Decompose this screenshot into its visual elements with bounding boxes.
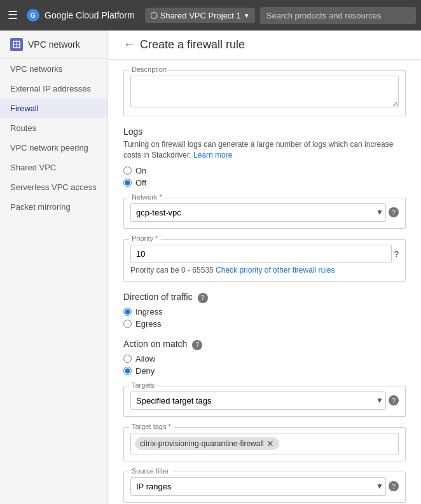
source-filter-select[interactable]: IP ranges — [130, 477, 386, 496]
action-allow-radio[interactable] — [123, 355, 132, 363]
sidebar-item-label: VPC network peering — [10, 143, 88, 153]
direction-ingress-option[interactable]: Ingress — [123, 307, 406, 317]
source-filter-select-wrapper: IP ranges ▼ ? — [130, 477, 399, 496]
sidebar-item-routes[interactable]: Routes — [0, 118, 107, 138]
vpc-icon-svg — [12, 40, 21, 49]
action-deny-option[interactable]: Deny — [123, 366, 406, 376]
network-select[interactable]: gcp-test-vpc — [130, 203, 386, 222]
priority-label: Priority * — [129, 235, 161, 242]
sidebar-item-label: Packet mirroring — [10, 202, 71, 212]
target-tags-input[interactable]: citrix-provisioning-quarantine-firewall … — [130, 433, 399, 454]
priority-input[interactable] — [130, 245, 392, 263]
targets-label: Targets — [129, 381, 157, 389]
target-tags-label: Target tags * — [129, 423, 174, 430]
logs-on-radio[interactable] — [123, 167, 132, 175]
sidebar-item-firewall[interactable]: Firewall — [0, 99, 107, 118]
sidebar: VPC network VPC networks External IP add… — [0, 31, 108, 504]
sidebar-item-label: Shared VPC — [10, 163, 56, 172]
logo: G Google Cloud Platform — [25, 8, 135, 23]
sidebar-item-vpc-networks[interactable]: VPC networks — [0, 59, 107, 79]
logo-text: Google Cloud Platform — [45, 10, 135, 20]
priority-note: Priority can be 0 - 65535 Check priority… — [130, 266, 399, 275]
logs-off-radio[interactable] — [123, 179, 132, 187]
source-filter-label: Source filter — [129, 467, 172, 475]
logs-radio-group: On Off — [123, 166, 406, 187]
sidebar-item-label: VPC networks — [10, 64, 62, 74]
network-group: Network * gcp-test-vpc ▼ ? — [123, 198, 406, 229]
sidebar-item-label: External IP addresses — [10, 84, 91, 93]
project-selector[interactable]: ⬡ Shared VPC Project 1 ▼ — [145, 8, 255, 23]
sidebar-item-label: Serverless VPC access — [10, 182, 97, 192]
network-help-icon[interactable]: ? — [389, 207, 399, 217]
description-label: Description — [129, 65, 169, 73]
description-group: Description — [123, 70, 406, 116]
tag-chip-close-icon[interactable]: ✕ — [266, 439, 274, 449]
vpc-network-icon — [10, 38, 23, 51]
menu-icon[interactable]: ☰ — [5, 6, 20, 25]
targets-help-icon[interactable]: ? — [389, 395, 399, 405]
network-select-wrapper: gcp-test-vpc ▼ ? — [130, 203, 399, 222]
action-deny-radio[interactable] — [123, 367, 132, 375]
sidebar-item-serverless-vpc[interactable]: Serverless VPC access — [0, 177, 107, 197]
topbar: ☰ G Google Cloud Platform ⬡ Shared VPC P… — [0, 0, 421, 31]
direction-help-icon[interactable]: ? — [198, 293, 208, 303]
targets-group: Targets Specified target tags ▼ ? — [123, 386, 406, 417]
targets-select[interactable]: Specified target tags — [130, 392, 386, 410]
action-group: Action on match ? Allow Deny — [123, 339, 406, 376]
targets-select-wrapper: Specified target tags ▼ ? — [130, 392, 399, 410]
sidebar-item-vpc-peering[interactable]: VPC network peering — [0, 138, 107, 158]
logs-on-option[interactable]: On — [123, 166, 406, 175]
action-header: Action on match ? — [123, 339, 406, 351]
page-header: ← Create a firewall rule — [108, 31, 421, 60]
sidebar-item-shared-vpc[interactable]: Shared VPC — [0, 158, 107, 177]
direction-egress-option[interactable]: Egress — [123, 319, 406, 329]
tag-chip-text: citrix-provisioning-quarantine-firewall — [140, 439, 264, 448]
learn-more-link[interactable]: Learn more — [193, 151, 232, 160]
sidebar-item-label: Routes — [10, 123, 36, 133]
logs-section: Logs Turning on firewall logs can genera… — [123, 126, 406, 187]
network-label: Network * — [129, 193, 165, 201]
direction-ingress-radio[interactable] — [123, 308, 132, 316]
source-filter-group: Source filter IP ranges ▼ ? — [123, 472, 406, 503]
action-allow-option[interactable]: Allow — [123, 354, 406, 364]
sidebar-item-external-ip[interactable]: External IP addresses — [0, 79, 107, 99]
project-icon: ⬡ — [150, 10, 158, 20]
project-dropdown-icon: ▼ — [244, 12, 250, 19]
priority-group: Priority * ? Priority can be 0 - 65535 C… — [123, 239, 406, 282]
check-priority-link[interactable]: Check priority of other firewall rules — [216, 266, 335, 275]
target-tags-group: Target tags * citrix-provisioning-quaran… — [123, 427, 406, 461]
svg-text:G: G — [31, 12, 36, 19]
description-textarea[interactable] — [130, 76, 399, 107]
gcp-logo-icon: G — [25, 8, 41, 23]
project-name: Shared VPC Project 1 — [160, 11, 241, 20]
priority-help-icon[interactable]: ? — [394, 249, 399, 259]
page-title: Create a firewall rule — [140, 38, 245, 51]
form-content: Description Logs Turning on firewall log… — [108, 60, 421, 504]
direction-egress-radio[interactable] — [123, 320, 132, 328]
sidebar-item-label: Firewall — [10, 104, 39, 113]
direction-radio-group: Ingress Egress — [123, 307, 406, 329]
sidebar-header: VPC network — [0, 31, 107, 59]
action-radio-group: Allow Deny — [123, 354, 406, 376]
logs-off-option[interactable]: Off — [123, 178, 406, 187]
sidebar-title: VPC network — [28, 39, 80, 50]
main-content: ← Create a firewall rule Description Log… — [108, 31, 421, 504]
target-tag-chip: citrix-provisioning-quarantine-firewall … — [135, 437, 279, 450]
main-layout: VPC network VPC networks External IP add… — [0, 31, 421, 504]
logs-title: Logs — [123, 126, 406, 137]
source-filter-help-icon[interactable]: ? — [389, 481, 399, 491]
search-input[interactable] — [260, 7, 416, 24]
action-help-icon[interactable]: ? — [192, 340, 202, 350]
direction-header: Direction of traffic ? — [123, 292, 406, 304]
logs-desc: Turning on firewall logs can generate a … — [123, 139, 406, 161]
back-button[interactable]: ← — [123, 38, 135, 51]
sidebar-item-packet-mirroring[interactable]: Packet mirroring — [0, 197, 107, 217]
direction-group: Direction of traffic ? Ingress Egress — [123, 292, 406, 329]
